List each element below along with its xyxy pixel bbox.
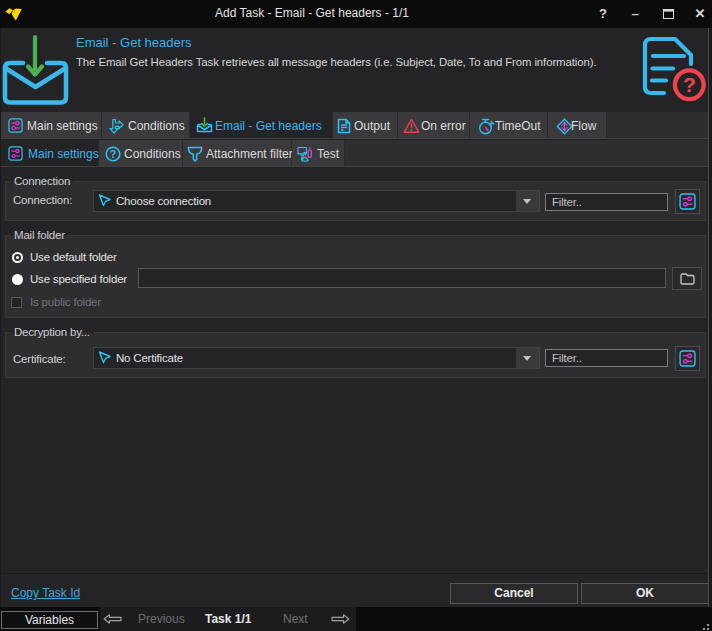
svg-text:?: ? [683, 73, 696, 96]
svg-text:?: ? [110, 149, 116, 160]
